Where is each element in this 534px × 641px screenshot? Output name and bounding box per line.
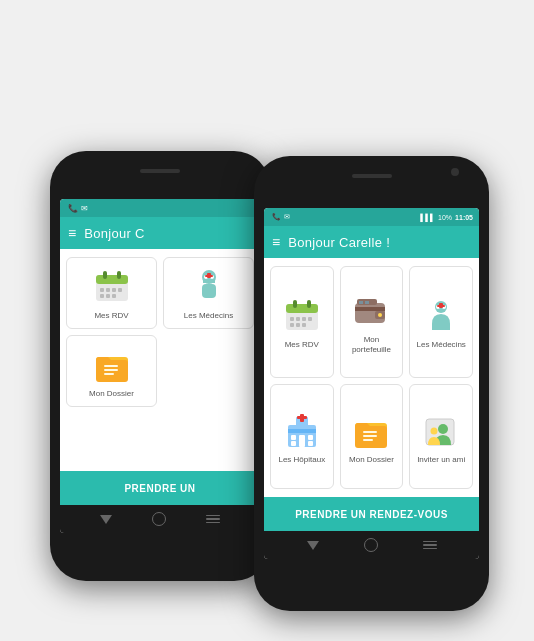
- front-camera: [451, 168, 459, 176]
- front-bottom-label: PRENDRE UN RENDEZ-VOUS: [295, 509, 448, 520]
- svg-rect-2: [103, 271, 107, 279]
- front-grid: Mes RDV: [264, 258, 479, 497]
- svg-rect-26: [290, 317, 294, 321]
- front-speaker: [352, 174, 392, 178]
- svg-rect-9: [106, 294, 110, 298]
- svg-rect-31: [296, 323, 300, 327]
- svg-rect-12: [202, 284, 216, 298]
- svg-rect-5: [106, 288, 110, 292]
- front-doctor-icon: [421, 296, 461, 336]
- front-grid-item-portefeuille[interactable]: Mon portefeuille: [340, 266, 404, 378]
- back-bottom-bar[interactable]: PRENDRE UN: [60, 471, 260, 505]
- front-nav-back[interactable]: [307, 541, 319, 550]
- svg-rect-50: [291, 435, 296, 440]
- front-bottom-bar[interactable]: PRENDRE UN RENDEZ-VOUS: [264, 497, 479, 531]
- back-status-bar: 📞 ✉: [60, 199, 260, 217]
- svg-rect-29: [308, 317, 312, 321]
- back-msg-icon: ✉: [81, 204, 88, 213]
- svg-rect-21: [104, 373, 114, 375]
- back-top-bar: ≡ Bonjour C: [60, 217, 260, 249]
- front-medecins-label: Les Médecins: [416, 340, 465, 350]
- svg-rect-17: [205, 275, 213, 277]
- svg-rect-25: [307, 300, 311, 308]
- svg-rect-4: [100, 288, 104, 292]
- phone-back: 📞 ✉ ≡ Bonjour C: [50, 151, 270, 581]
- front-friend-icon: [421, 411, 461, 451]
- svg-rect-27: [296, 317, 300, 321]
- front-hopitaux-label: Les Hôpitaux: [278, 455, 325, 465]
- svg-rect-56: [363, 431, 377, 433]
- front-msg-icon: ✉: [284, 213, 290, 221]
- svg-rect-58: [363, 439, 373, 441]
- back-folder-icon: [92, 345, 132, 385]
- svg-rect-38: [359, 301, 363, 304]
- back-nav-menu[interactable]: [206, 515, 220, 524]
- front-signal-icon: ▌▌▌: [420, 214, 435, 221]
- back-dossier-label: Mon Dossier: [89, 389, 134, 399]
- svg-rect-20: [104, 369, 118, 371]
- front-dossier-label: Mon Dossier: [349, 455, 394, 465]
- front-call-icon: 📞: [272, 213, 281, 221]
- svg-rect-54: [308, 441, 313, 446]
- svg-rect-57: [363, 435, 377, 437]
- back-nav-bar: [60, 505, 260, 533]
- back-rdv-label: Mes RDV: [94, 311, 128, 321]
- back-grid-item-rdv[interactable]: Mes RDV: [66, 257, 157, 329]
- front-ami-label: Inviter un ami: [417, 455, 465, 465]
- back-menu-icon[interactable]: ≡: [68, 225, 76, 241]
- back-call-icon: 📞: [68, 204, 78, 213]
- front-time: 11:05: [455, 214, 473, 221]
- svg-rect-44: [437, 305, 445, 307]
- back-screen: 📞 ✉ ≡ Bonjour C: [60, 199, 260, 533]
- svg-rect-8: [100, 294, 104, 298]
- front-status-left: 📞 ✉: [272, 213, 290, 221]
- front-grid-item-dossier[interactable]: Mon Dossier: [340, 384, 404, 489]
- front-status-bar: 📞 ✉ ▌▌▌ 10% 11:05: [264, 208, 479, 226]
- front-nav-bar: [264, 531, 479, 559]
- back-grid-item-dossier[interactable]: Mon Dossier: [66, 335, 157, 407]
- svg-rect-34: [355, 307, 385, 311]
- svg-rect-51: [299, 435, 305, 447]
- svg-rect-52: [308, 435, 313, 440]
- front-calendar-icon: [282, 296, 322, 336]
- back-calendar-icon: [92, 267, 132, 307]
- svg-rect-30: [290, 323, 294, 327]
- front-menu-icon[interactable]: ≡: [272, 234, 280, 250]
- front-screen: 📞 ✉ ▌▌▌ 10% 11:05 ≡ Bonjour Carelle !: [264, 208, 479, 559]
- svg-point-61: [431, 427, 438, 434]
- front-grid-item-rdv[interactable]: Mes RDV: [270, 266, 334, 378]
- front-nav-menu[interactable]: [423, 541, 437, 550]
- back-status-left: 📞 ✉: [68, 204, 88, 213]
- front-wallet-icon: [351, 291, 391, 331]
- svg-point-36: [378, 313, 382, 317]
- front-title: Bonjour Carelle !: [288, 235, 390, 250]
- svg-rect-39: [365, 301, 369, 304]
- svg-rect-32: [302, 323, 306, 327]
- back-nav-home[interactable]: [152, 512, 166, 526]
- svg-rect-1: [96, 275, 128, 284]
- back-medecins-label: Les Médecins: [184, 311, 233, 321]
- back-nav-back[interactable]: [100, 515, 112, 524]
- front-grid-item-hopitaux[interactable]: Les Hôpitaux: [270, 384, 334, 489]
- back-title: Bonjour C: [84, 226, 145, 241]
- svg-rect-23: [286, 304, 318, 313]
- svg-rect-49: [297, 416, 307, 419]
- front-folder-icon: [351, 411, 391, 451]
- svg-rect-19: [104, 365, 118, 367]
- back-grid-item-medecins[interactable]: Les Médecins: [163, 257, 254, 329]
- svg-rect-7: [118, 288, 122, 292]
- front-grid-item-medecins[interactable]: Les Médecins: [409, 266, 473, 378]
- front-status-right: ▌▌▌ 10% 11:05: [420, 214, 473, 221]
- front-nav-home[interactable]: [364, 538, 378, 552]
- phone-front: 📞 ✉ ▌▌▌ 10% 11:05 ≡ Bonjour Carelle !: [254, 156, 489, 611]
- svg-point-60: [438, 424, 448, 434]
- front-rdv-label: Mes RDV: [285, 340, 319, 350]
- svg-rect-3: [117, 271, 121, 279]
- front-top-bar: ≡ Bonjour Carelle !: [264, 226, 479, 258]
- svg-rect-24: [293, 300, 297, 308]
- back-speaker: [140, 169, 180, 173]
- front-grid-item-ami[interactable]: Inviter un ami: [409, 384, 473, 489]
- back-doctor-icon: [189, 267, 229, 307]
- back-bottom-label: PRENDRE UN: [124, 483, 195, 494]
- svg-rect-53: [291, 441, 296, 446]
